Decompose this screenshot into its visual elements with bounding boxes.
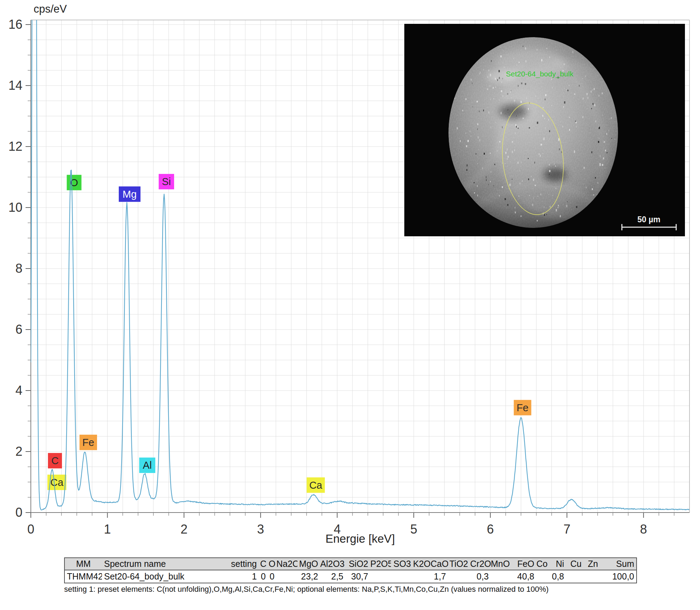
table-header-setting: setting: [207, 558, 259, 570]
x-tick-label: 5: [410, 522, 417, 536]
table-header-o: O: [268, 558, 276, 570]
x-tick-label: 8: [640, 522, 647, 536]
eds-spectrum-report: { "page": { "background": "#ffffff" }, "…: [0, 0, 700, 610]
x-axis-label: Energie [keV]: [325, 532, 395, 545]
element-marker-si: Si: [159, 174, 174, 189]
table-cell: [391, 570, 413, 583]
table-cell: [413, 570, 431, 583]
element-marker-label: Ca: [309, 480, 323, 491]
y-axis-unit-label: cps/eV: [34, 3, 67, 15]
table-cell: 23,2: [297, 570, 320, 583]
table-cell: Set20-64_body_bulk: [102, 570, 207, 583]
table-cell: THMM429: [64, 570, 102, 583]
x-tick-label: 6: [487, 522, 494, 536]
element-marker-label: Fe: [517, 402, 529, 413]
sem-image-inset: Set20-64_body_bulk 50 µm: [404, 24, 685, 236]
table-header-cr2o3: Cr2O3: [470, 558, 491, 570]
table-cell: 0,8: [550, 570, 566, 583]
y-tick-label: 14: [8, 78, 22, 93]
x-tick-label: 2: [180, 522, 187, 536]
table-header-sum: Sum: [600, 558, 637, 570]
element-marker-label: Al: [143, 460, 152, 471]
table-row: THMM429Set20-64_body_bulk10023,22,530,71…: [64, 570, 637, 583]
table-header-cu: Cu: [566, 558, 584, 570]
element-marker-fe: Fe: [80, 435, 97, 450]
element-marker-label: Mg: [123, 189, 137, 200]
table-cell: 40,8: [512, 570, 536, 583]
y-tick-label: 2: [15, 444, 22, 459]
element-marker-fe: Fe: [514, 400, 531, 415]
table-header-na2o: Na2O: [276, 558, 297, 570]
table-header-mno: MnO: [491, 558, 512, 570]
inset-annotation: Set20-64_body_bulk: [506, 70, 574, 78]
x-tick-label: 3: [257, 522, 264, 536]
element-marker-c: C: [48, 453, 62, 468]
table-header-co: Co: [536, 558, 550, 570]
table-cell: [276, 570, 297, 583]
element-marker-label: C: [51, 455, 59, 466]
table-cell: 100,0: [600, 570, 637, 583]
y-tick-label: 16: [8, 17, 22, 32]
element-marker-mg: Mg: [119, 187, 140, 202]
x-tick-label: 0: [27, 522, 34, 536]
x-tick-label: 1: [104, 522, 111, 536]
scale-bar-label: 50 µm: [637, 215, 660, 224]
table-cell: [566, 570, 584, 583]
table-cell: 0: [259, 570, 268, 583]
table-header-feo: FeO: [512, 558, 536, 570]
table-header-k2o: K2O: [413, 558, 431, 570]
element-marker-ca: Ca: [307, 477, 325, 493]
table-footnote: setting 1: preset elements: C(not unfold…: [64, 585, 549, 594]
table-header-cao: CaO: [431, 558, 448, 570]
table-header-c: C: [259, 558, 268, 570]
y-tick-label: 12: [8, 139, 22, 154]
element-marker-label: Si: [162, 176, 171, 187]
y-tick-label: 8: [15, 261, 22, 276]
table-header-ni: Ni: [550, 558, 566, 570]
sem-image: Set20-64_body_bulk 50 µm: [404, 24, 685, 236]
table-cell: [370, 570, 391, 583]
table-header-tio2: TiO2: [448, 558, 470, 570]
quantification-table: MMSpectrum namesettingCONa2OMgOAl2O3SiO2…: [64, 557, 637, 583]
table-cell: 1,7: [431, 570, 448, 583]
table-header-sio2: SiO2: [345, 558, 370, 570]
table-cell: 1: [207, 570, 259, 583]
table-header-p2o5: P2O5: [370, 558, 391, 570]
table-cell: [448, 570, 470, 583]
table-cell: 0,3: [470, 570, 491, 583]
y-tick-label: 0: [15, 505, 22, 520]
table-cell: 30,7: [345, 570, 370, 583]
table-cell: [584, 570, 600, 583]
table-header-zn: Zn: [584, 558, 600, 570]
element-marker-al: Al: [139, 458, 155, 473]
quantification-table-wrap: MMSpectrum namesettingCONa2OMgOAl2O3SiO2…: [64, 557, 636, 583]
table-cell: [491, 570, 512, 583]
y-tick-label: 6: [15, 322, 22, 337]
table-header-spectrum-name: Spectrum name: [102, 558, 207, 570]
y-tick-label: 4: [15, 383, 22, 398]
table-header-so3: SO3: [391, 558, 413, 570]
table-header-mm: MM: [64, 558, 102, 570]
element-marker-label: Ca: [50, 477, 64, 488]
element-marker-o: O: [67, 175, 82, 190]
table-cell: 2,5: [320, 570, 345, 583]
table-cell: [536, 570, 550, 583]
y-tick-label: 10: [8, 200, 22, 215]
x-tick-label: 7: [563, 522, 570, 536]
table-header-row: MMSpectrum namesettingCONa2OMgOAl2O3SiO2…: [64, 558, 637, 570]
table-header-al2o3: Al2O3: [320, 558, 345, 570]
table-header-mgo: MgO: [297, 558, 320, 570]
table-cell: 0: [268, 570, 276, 583]
element-marker-label: Fe: [82, 437, 94, 448]
